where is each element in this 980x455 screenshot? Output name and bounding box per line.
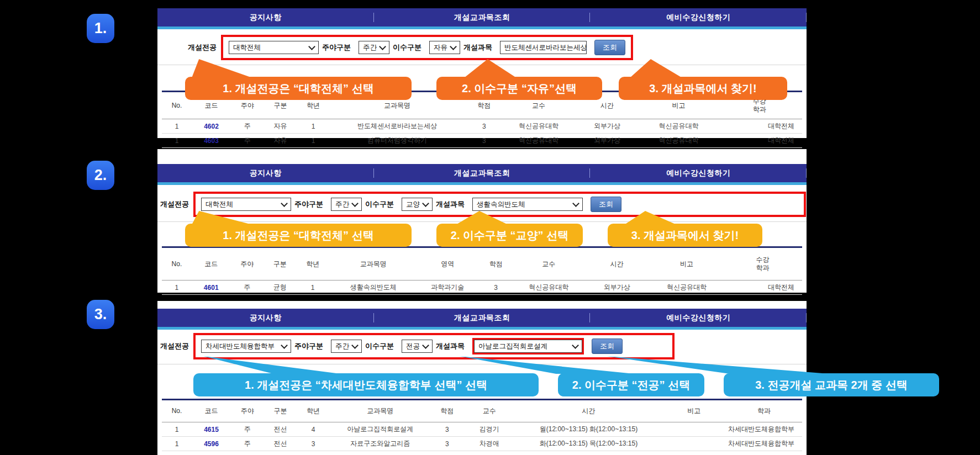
column-header: 주야	[231, 247, 264, 281]
course-select[interactable]: 반도체센서로바라보는세상	[500, 41, 587, 54]
column-header: 비고	[650, 247, 723, 281]
completion-type-select[interactable]: 전공	[402, 340, 433, 353]
search-button[interactable]: 조회	[592, 338, 623, 354]
table-cell: 자유	[264, 119, 297, 134]
column-header: 교과목명	[330, 400, 431, 422]
major-select[interactable]: 차세대반도체융합학부	[201, 340, 291, 353]
major-select-value: 대학전체	[206, 200, 233, 209]
chevron-down-icon	[308, 43, 315, 50]
column-header: No.	[162, 400, 192, 422]
course-select-value: 반도체센서로바라보는세상	[504, 43, 587, 52]
major-select[interactable]: 대학전체	[229, 41, 319, 54]
tab-course-search[interactable]: 개설교과목조회	[374, 164, 591, 182]
completion-type-select[interactable]: 교양	[402, 198, 433, 211]
day-night-select[interactable]: 주간	[359, 41, 389, 54]
table-cell: 혁신공유대학	[504, 134, 574, 148]
tab-course-search[interactable]: 개설교과목조회	[374, 8, 591, 27]
tab-notices[interactable]: 공지사항	[157, 309, 374, 327]
course-row: 14603주자유1컴퓨터처럼생각하기3혁신공유대학외부가상혁신공유대학대학전체	[162, 134, 802, 148]
course-result-table: No.코드주야구분학년교과목명영역학점교수시간비고수강 학과 14601주균형1…	[162, 246, 802, 295]
annotation-callout-2: 2. 이수구분 “교양” 선택	[436, 224, 583, 247]
table-cell: 3	[430, 422, 463, 437]
filter-highlight-box: 대학전체 주야구분 주간 이수구분 교양 개설과목 생활속의반도체	[193, 192, 806, 217]
course-search-panel-2: 공지사항 개설교과목조회 예비수강신청하기 개설전공 대학전체 주야구분 주간 …	[157, 149, 807, 293]
tab-notices[interactable]: 공지사항	[157, 8, 374, 27]
column-header: 주야	[231, 400, 264, 422]
column-header: 교수	[463, 400, 515, 422]
day-night-select[interactable]: 주간	[331, 198, 362, 211]
major-select-value: 차세대반도체융합학부	[206, 342, 275, 351]
table-header-row: No.코드주야구분학년교과목명학점교수시간비고학과	[162, 400, 802, 422]
table-cell: 혁신공유대학	[514, 281, 583, 295]
chevron-down-icon	[572, 200, 579, 207]
chevron-down-icon	[281, 342, 288, 349]
table-cell: 1	[162, 281, 192, 295]
day-night-label: 주야구분	[294, 199, 323, 209]
filter-highlight-box: 차세대반도체융합학부 주야구분 주간 이수구분 전공 개설과목 아날로그집적회로…	[193, 333, 675, 359]
day-night-label: 주야구분	[294, 341, 323, 351]
course-label: 개설과목	[436, 341, 465, 351]
table-cell: 3	[465, 134, 504, 148]
table-cell	[662, 422, 726, 437]
major-filter-label: 개설전공	[160, 199, 189, 209]
search-button[interactable]: 조회	[591, 197, 621, 212]
table-cell: 1	[296, 281, 329, 295]
nav-tab-bar: 공지사항 개설교과목조회 예비수강신청하기	[157, 8, 807, 27]
column-header: 수강 학과	[723, 247, 802, 281]
course-select-highlight-box: 아날로그집적회로설계	[472, 338, 584, 355]
table-header-row: No.코드주야구분학년교과목명영역학점교수시간비고수강 학과	[162, 247, 802, 281]
course-code-link[interactable]: 4602	[192, 119, 231, 134]
table-cell: 외부가상	[583, 281, 650, 295]
table-cell: 대학전체	[723, 281, 802, 295]
table-cell: 차세대반도체융합학부	[726, 437, 802, 451]
tab-pre-registration[interactable]: 예비수강신청하기	[590, 164, 807, 182]
completion-type-select[interactable]: 자유	[429, 41, 460, 54]
table-cell: 김경기	[463, 422, 515, 437]
column-header: 학점	[478, 247, 514, 281]
tab-pre-registration[interactable]: 예비수강신청하기	[590, 309, 807, 327]
column-header: 구분	[264, 400, 297, 422]
filter-row: 개설전공 대학전체 주야구분 주간 이수구분 자유 개설과목 반도	[157, 29, 807, 65]
table-cell: 1	[162, 119, 192, 134]
tab-course-search[interactable]: 개설교과목조회	[374, 309, 591, 327]
chevron-down-icon	[351, 342, 359, 349]
filter-highlight-box: 대학전체 주야구분 주간 이수구분 자유 개설과목 반도체센서로바라보는세상	[221, 35, 633, 60]
column-header: 구분	[264, 247, 296, 281]
table-cell: 월(12:00~13:15) 화(12:00~13:15)	[515, 422, 662, 437]
table-cell: 자유	[264, 134, 297, 148]
table-cell: 주	[231, 437, 264, 451]
course-code-link[interactable]: 4596	[192, 437, 231, 451]
course-select[interactable]: 생활속의반도체	[472, 198, 583, 211]
major-select[interactable]: 대학전체	[201, 198, 291, 211]
annotation-callout-3: 3. 개설과목에서 찾기!	[619, 77, 787, 100]
table-cell: 전선	[264, 422, 297, 437]
day-night-select[interactable]: 주간	[331, 340, 362, 353]
completion-type-label: 이수구분	[393, 43, 421, 52]
course-code-link[interactable]: 4603	[192, 134, 231, 148]
table-cell: 3	[465, 119, 504, 134]
completion-type-label: 이수구분	[365, 341, 394, 351]
chevron-down-icon	[586, 43, 587, 50]
table-cell: 자료구조와알고리즘	[330, 437, 431, 451]
column-header: 코드	[192, 400, 231, 422]
completion-type-select-value: 자유	[434, 43, 447, 52]
annotation-callout-2: 2. 이수구분 “자유”선택	[436, 77, 602, 100]
tab-notices[interactable]: 공지사항	[157, 164, 374, 182]
table-cell: 3	[430, 437, 463, 451]
tab-pre-registration[interactable]: 예비수강신청하기	[590, 8, 807, 27]
course-code-link[interactable]: 4601	[192, 281, 231, 295]
day-night-select-value: 주간	[335, 342, 349, 351]
table-cell: 균형	[264, 281, 296, 295]
course-select-value: 생활속의반도체	[477, 200, 525, 209]
column-header: 학년	[297, 400, 330, 422]
search-button[interactable]: 조회	[594, 40, 625, 55]
tutorial-screenshot-page: 1. 2. 3. 공지사항 개설교과목조회 예비수강신청하기 개설전공 대학전체…	[0, 0, 980, 455]
course-select[interactable]: 아날로그집적회로설계	[474, 340, 582, 353]
course-code-link[interactable]: 4615	[192, 422, 231, 437]
column-header: 영역	[418, 247, 478, 281]
chevron-down-icon	[351, 200, 359, 207]
table-cell: 차경애	[463, 437, 515, 451]
major-filter-label: 개설전공	[188, 43, 217, 52]
course-label: 개설과목	[463, 43, 492, 52]
course-label: 개설과목	[436, 199, 465, 209]
